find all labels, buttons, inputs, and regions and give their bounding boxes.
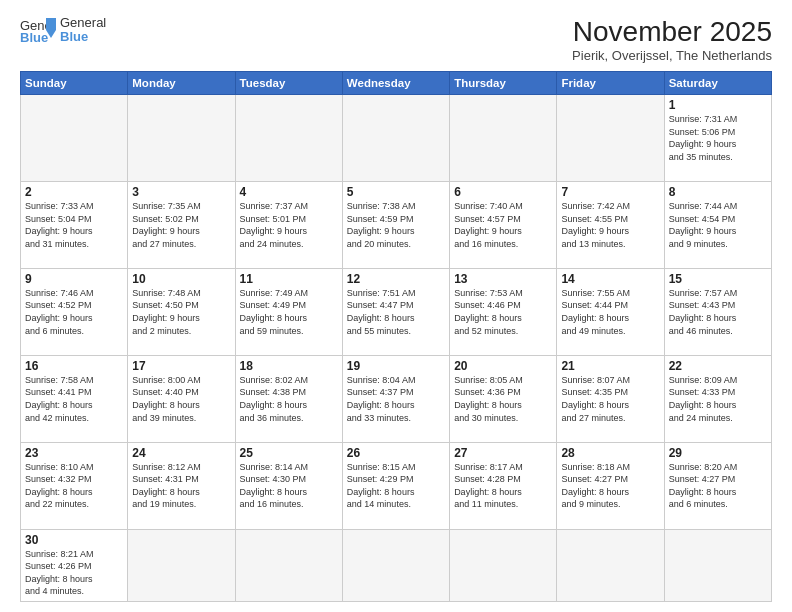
day-number: 5 xyxy=(347,185,445,199)
calendar-day-cell xyxy=(557,529,664,601)
calendar-day-cell: 7Sunrise: 7:42 AM Sunset: 4:55 PM Daylig… xyxy=(557,181,664,268)
day-number: 2 xyxy=(25,185,123,199)
calendar-day-cell: 21Sunrise: 8:07 AM Sunset: 4:35 PM Dayli… xyxy=(557,355,664,442)
calendar-week-row: 30Sunrise: 8:21 AM Sunset: 4:26 PM Dayli… xyxy=(21,529,772,601)
calendar-day-cell: 1Sunrise: 7:31 AM Sunset: 5:06 PM Daylig… xyxy=(664,95,771,182)
day-number: 15 xyxy=(669,272,767,286)
day-info: Sunrise: 8:04 AM Sunset: 4:37 PM Dayligh… xyxy=(347,374,445,424)
calendar-day-cell: 11Sunrise: 7:49 AM Sunset: 4:49 PM Dayli… xyxy=(235,268,342,355)
day-info: Sunrise: 7:53 AM Sunset: 4:46 PM Dayligh… xyxy=(454,287,552,337)
day-info: Sunrise: 8:12 AM Sunset: 4:31 PM Dayligh… xyxy=(132,461,230,511)
calendar-week-row: 23Sunrise: 8:10 AM Sunset: 4:32 PM Dayli… xyxy=(21,442,772,529)
day-number: 7 xyxy=(561,185,659,199)
calendar-week-row: 2Sunrise: 7:33 AM Sunset: 5:04 PM Daylig… xyxy=(21,181,772,268)
day-info: Sunrise: 8:07 AM Sunset: 4:35 PM Dayligh… xyxy=(561,374,659,424)
calendar-day-cell: 24Sunrise: 8:12 AM Sunset: 4:31 PM Dayli… xyxy=(128,442,235,529)
calendar-day-cell: 17Sunrise: 8:00 AM Sunset: 4:40 PM Dayli… xyxy=(128,355,235,442)
weekday-header-friday: Friday xyxy=(557,72,664,95)
calendar-week-row: 16Sunrise: 7:58 AM Sunset: 4:41 PM Dayli… xyxy=(21,355,772,442)
svg-marker-2 xyxy=(46,18,56,30)
calendar-day-cell xyxy=(664,529,771,601)
calendar-day-cell xyxy=(450,95,557,182)
calendar-day-cell: 2Sunrise: 7:33 AM Sunset: 5:04 PM Daylig… xyxy=(21,181,128,268)
day-info: Sunrise: 7:44 AM Sunset: 4:54 PM Dayligh… xyxy=(669,200,767,250)
calendar-week-row: 1Sunrise: 7:31 AM Sunset: 5:06 PM Daylig… xyxy=(21,95,772,182)
day-info: Sunrise: 8:18 AM Sunset: 4:27 PM Dayligh… xyxy=(561,461,659,511)
day-info: Sunrise: 7:33 AM Sunset: 5:04 PM Dayligh… xyxy=(25,200,123,250)
day-number: 6 xyxy=(454,185,552,199)
weekday-header-saturday: Saturday xyxy=(664,72,771,95)
calendar-day-cell: 13Sunrise: 7:53 AM Sunset: 4:46 PM Dayli… xyxy=(450,268,557,355)
day-number: 11 xyxy=(240,272,338,286)
day-info: Sunrise: 7:55 AM Sunset: 4:44 PM Dayligh… xyxy=(561,287,659,337)
calendar-day-cell xyxy=(235,95,342,182)
calendar-day-cell xyxy=(557,95,664,182)
calendar-day-cell: 10Sunrise: 7:48 AM Sunset: 4:50 PM Dayli… xyxy=(128,268,235,355)
weekday-header-row: SundayMondayTuesdayWednesdayThursdayFrid… xyxy=(21,72,772,95)
day-number: 26 xyxy=(347,446,445,460)
day-number: 9 xyxy=(25,272,123,286)
day-info: Sunrise: 7:37 AM Sunset: 5:01 PM Dayligh… xyxy=(240,200,338,250)
day-number: 20 xyxy=(454,359,552,373)
calendar-day-cell: 8Sunrise: 7:44 AM Sunset: 4:54 PM Daylig… xyxy=(664,181,771,268)
calendar-day-cell: 30Sunrise: 8:21 AM Sunset: 4:26 PM Dayli… xyxy=(21,529,128,601)
day-info: Sunrise: 8:02 AM Sunset: 4:38 PM Dayligh… xyxy=(240,374,338,424)
weekday-header-thursday: Thursday xyxy=(450,72,557,95)
calendar-day-cell: 26Sunrise: 8:15 AM Sunset: 4:29 PM Dayli… xyxy=(342,442,449,529)
day-info: Sunrise: 7:38 AM Sunset: 4:59 PM Dayligh… xyxy=(347,200,445,250)
day-info: Sunrise: 7:51 AM Sunset: 4:47 PM Dayligh… xyxy=(347,287,445,337)
calendar-day-cell xyxy=(342,95,449,182)
logo-general-text: General xyxy=(60,16,106,30)
day-number: 16 xyxy=(25,359,123,373)
calendar-day-cell xyxy=(450,529,557,601)
calendar-day-cell: 6Sunrise: 7:40 AM Sunset: 4:57 PM Daylig… xyxy=(450,181,557,268)
calendar-day-cell: 19Sunrise: 8:04 AM Sunset: 4:37 PM Dayli… xyxy=(342,355,449,442)
weekday-header-tuesday: Tuesday xyxy=(235,72,342,95)
day-number: 22 xyxy=(669,359,767,373)
calendar-day-cell: 22Sunrise: 8:09 AM Sunset: 4:33 PM Dayli… xyxy=(664,355,771,442)
calendar-day-cell xyxy=(342,529,449,601)
logo-icon: General Blue xyxy=(20,16,56,44)
day-info: Sunrise: 8:10 AM Sunset: 4:32 PM Dayligh… xyxy=(25,461,123,511)
day-number: 19 xyxy=(347,359,445,373)
day-info: Sunrise: 8:17 AM Sunset: 4:28 PM Dayligh… xyxy=(454,461,552,511)
day-info: Sunrise: 8:05 AM Sunset: 4:36 PM Dayligh… xyxy=(454,374,552,424)
day-info: Sunrise: 7:49 AM Sunset: 4:49 PM Dayligh… xyxy=(240,287,338,337)
day-number: 28 xyxy=(561,446,659,460)
calendar-week-row: 9Sunrise: 7:46 AM Sunset: 4:52 PM Daylig… xyxy=(21,268,772,355)
day-number: 8 xyxy=(669,185,767,199)
calendar-day-cell: 5Sunrise: 7:38 AM Sunset: 4:59 PM Daylig… xyxy=(342,181,449,268)
day-number: 17 xyxy=(132,359,230,373)
day-number: 23 xyxy=(25,446,123,460)
weekday-header-wednesday: Wednesday xyxy=(342,72,449,95)
day-number: 21 xyxy=(561,359,659,373)
day-number: 18 xyxy=(240,359,338,373)
day-info: Sunrise: 8:15 AM Sunset: 4:29 PM Dayligh… xyxy=(347,461,445,511)
day-number: 13 xyxy=(454,272,552,286)
day-number: 10 xyxy=(132,272,230,286)
day-number: 14 xyxy=(561,272,659,286)
day-number: 27 xyxy=(454,446,552,460)
day-number: 1 xyxy=(669,98,767,112)
day-number: 29 xyxy=(669,446,767,460)
day-info: Sunrise: 8:21 AM Sunset: 4:26 PM Dayligh… xyxy=(25,548,123,598)
title-block: November 2025 Pierik, Overijssel, The Ne… xyxy=(572,16,772,63)
calendar-day-cell: 14Sunrise: 7:55 AM Sunset: 4:44 PM Dayli… xyxy=(557,268,664,355)
calendar-day-cell: 4Sunrise: 7:37 AM Sunset: 5:01 PM Daylig… xyxy=(235,181,342,268)
calendar-day-cell xyxy=(128,95,235,182)
calendar-day-cell: 27Sunrise: 8:17 AM Sunset: 4:28 PM Dayli… xyxy=(450,442,557,529)
calendar-day-cell: 9Sunrise: 7:46 AM Sunset: 4:52 PM Daylig… xyxy=(21,268,128,355)
calendar-day-cell: 29Sunrise: 8:20 AM Sunset: 4:27 PM Dayli… xyxy=(664,442,771,529)
calendar-day-cell: 16Sunrise: 7:58 AM Sunset: 4:41 PM Dayli… xyxy=(21,355,128,442)
day-info: Sunrise: 8:00 AM Sunset: 4:40 PM Dayligh… xyxy=(132,374,230,424)
day-number: 30 xyxy=(25,533,123,547)
logo-blue-text: Blue xyxy=(60,30,106,44)
calendar-day-cell xyxy=(128,529,235,601)
page-title: November 2025 xyxy=(572,16,772,48)
day-info: Sunrise: 8:20 AM Sunset: 4:27 PM Dayligh… xyxy=(669,461,767,511)
day-info: Sunrise: 7:58 AM Sunset: 4:41 PM Dayligh… xyxy=(25,374,123,424)
day-info: Sunrise: 7:48 AM Sunset: 4:50 PM Dayligh… xyxy=(132,287,230,337)
calendar-day-cell xyxy=(21,95,128,182)
calendar-day-cell: 25Sunrise: 8:14 AM Sunset: 4:30 PM Dayli… xyxy=(235,442,342,529)
day-info: Sunrise: 7:46 AM Sunset: 4:52 PM Dayligh… xyxy=(25,287,123,337)
